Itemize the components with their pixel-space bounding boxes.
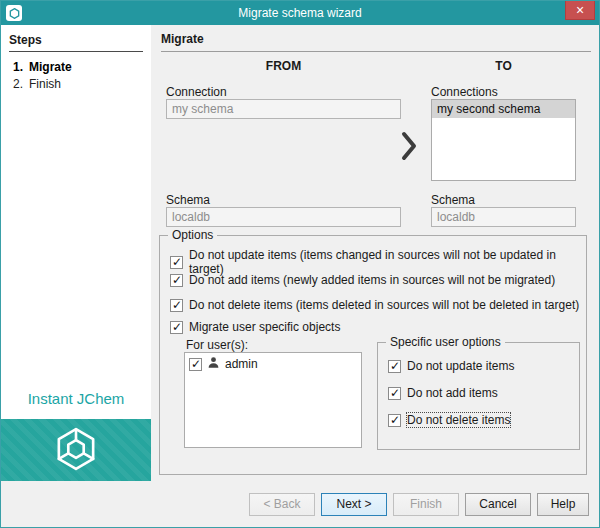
checkbox-icon[interactable] — [388, 414, 401, 427]
migrate-direction-chevron-icon — [401, 131, 417, 164]
to-schema-label: Schema — [431, 193, 475, 207]
from-schema-field — [166, 207, 401, 227]
user-row-admin[interactable]: admin — [185, 353, 361, 375]
finish-button: Finish — [393, 493, 459, 516]
next-button[interactable]: Next > — [321, 493, 387, 516]
option-migrate-user-objects[interactable]: Migrate user specific objects — [170, 320, 340, 334]
connection-field — [166, 99, 401, 119]
option-label: Migrate user specific objects — [189, 320, 340, 334]
back-button: < Back — [249, 493, 315, 516]
step-number: 1. — [13, 59, 29, 76]
steps-header: Steps — [9, 33, 143, 52]
checkbox-icon[interactable] — [170, 321, 183, 334]
user-icon — [207, 356, 220, 372]
for-users-label: For user(s): — [186, 338, 248, 352]
dialog-body: Steps 1. Migrate 2. Finish Instant JChem — [1, 25, 599, 481]
connections-label: Connections — [431, 85, 498, 99]
options-group: Options Do not update items (items chang… — [159, 235, 587, 475]
step-item-migrate: 1. Migrate — [13, 59, 143, 76]
option-do-not-delete[interactable]: Do not delete items (items deleted in so… — [170, 298, 579, 312]
checkbox-icon[interactable] — [170, 256, 183, 269]
checkbox-icon[interactable] — [170, 299, 183, 312]
checkbox-icon[interactable] — [388, 387, 401, 400]
checkbox-icon[interactable] — [189, 358, 202, 371]
checkbox-icon[interactable] — [170, 274, 183, 287]
brand-text: Instant JChem — [1, 390, 151, 407]
window-title: Migrate schema wizard — [1, 1, 599, 25]
cancel-button[interactable]: Cancel — [465, 493, 531, 516]
to-schema-field — [431, 207, 576, 227]
step-item-finish: 2. Finish — [13, 76, 143, 93]
connections-list-item[interactable]: my second schema — [432, 100, 575, 118]
users-list[interactable]: admin — [184, 352, 362, 448]
section-title: Migrate — [161, 32, 591, 52]
specific-do-not-add[interactable]: Do not add items — [388, 386, 498, 400]
option-do-not-add[interactable]: Do not add items (newly added items in s… — [170, 273, 555, 287]
close-button[interactable]: × — [565, 1, 595, 20]
specific-do-not-update[interactable]: Do not update items — [388, 359, 514, 373]
step-label: Finish — [29, 76, 61, 93]
option-label: Do not add items (newly added items in s… — [189, 273, 555, 287]
option-label: Do not update items — [407, 359, 514, 373]
checkbox-icon[interactable] — [388, 360, 401, 373]
specific-do-not-delete[interactable]: Do not delete items — [388, 413, 510, 427]
option-do-not-update[interactable]: Do not update items (items changed in so… — [170, 248, 586, 276]
option-label: Do not delete items — [407, 413, 510, 427]
migrate-form: FROM TO Connection Connections my second… — [151, 55, 599, 481]
migrate-schema-wizard-window: Migrate schema wizard × Steps 1. Migrate… — [0, 0, 600, 528]
option-label: Do not add items — [407, 386, 498, 400]
to-header: TO — [431, 59, 576, 73]
wizard-button-bar: < Back Next > Finish Cancel Help — [1, 481, 599, 527]
specific-group-title: Specific user options — [386, 335, 505, 349]
help-button[interactable]: Help — [537, 493, 589, 516]
wizard-main-panel: Migrate FROM TO Connection Connections m… — [151, 25, 599, 481]
titlebar[interactable]: Migrate schema wizard × — [1, 1, 599, 25]
brand-logo-panel — [1, 419, 151, 481]
from-header: FROM — [166, 59, 401, 73]
connection-label: Connection — [166, 85, 227, 99]
options-group-title: Options — [168, 228, 217, 242]
specific-user-options-group: Specific user options Do not update item… — [377, 342, 580, 450]
step-number: 2. — [13, 76, 29, 93]
hexagon-logo-icon — [54, 427, 98, 474]
option-label: Do not update items (items changed in so… — [189, 248, 586, 276]
from-schema-label: Schema — [166, 193, 210, 207]
steps-list: 1. Migrate 2. Finish — [13, 59, 143, 93]
close-icon: × — [576, 3, 584, 17]
connections-list[interactable]: my second schema — [431, 99, 576, 181]
option-label: Do not delete items (items deleted in so… — [189, 298, 579, 312]
user-name: admin — [225, 357, 258, 371]
step-label: Migrate — [29, 59, 72, 76]
steps-sidebar: Steps 1. Migrate 2. Finish Instant JChem — [1, 25, 151, 481]
